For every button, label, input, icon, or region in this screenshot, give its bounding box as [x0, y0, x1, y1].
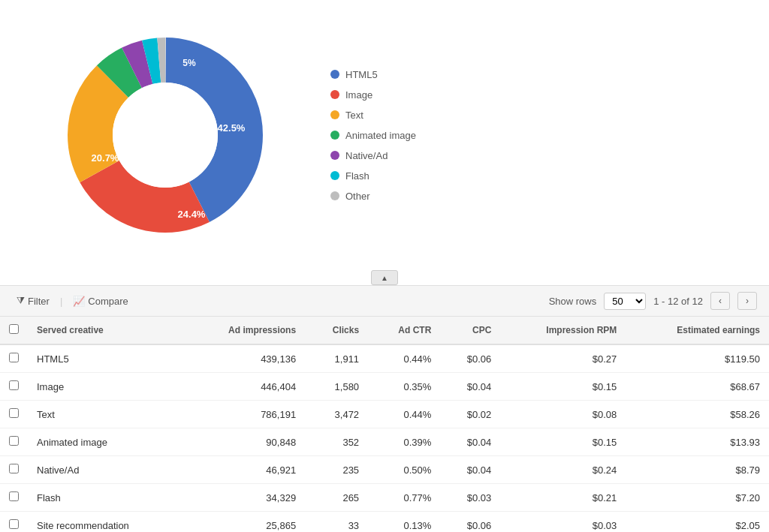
cell-cpc: $0.02: [440, 401, 500, 428]
legend-dot: [330, 90, 339, 99]
compare-button[interactable]: 📈 Compare: [68, 294, 132, 308]
cell-cpc: $0.03: [440, 484, 500, 512]
next-page-button[interactable]: ›: [737, 292, 757, 310]
compare-label: Compare: [88, 296, 128, 307]
select-all-checkbox[interactable]: [9, 324, 19, 334]
row-checkbox[interactable]: [9, 464, 19, 473]
cell-earnings: $13.93: [626, 428, 769, 456]
cell-ctr: 0.13%: [368, 512, 440, 533]
legend-label: Other: [345, 191, 370, 202]
legend-item: Other: [330, 191, 416, 202]
cell-impressions: 446,404: [184, 373, 305, 401]
column-header: CPC: [440, 317, 500, 344]
legend-label: Text: [345, 110, 363, 121]
cell-earnings: $68.67: [626, 373, 769, 401]
cell-clicks: 33: [305, 512, 368, 533]
divider-section: ▲: [0, 270, 769, 285]
toolbar: ⧩ Filter | 📈 Compare Show rows 50 25 100…: [0, 285, 769, 317]
column-header: Ad CTR: [368, 317, 440, 344]
cell-name: Flash: [28, 484, 184, 512]
column-header: Impression RPM: [500, 317, 626, 344]
column-header: Clicks: [305, 317, 368, 344]
cell-clicks: 352: [305, 428, 368, 456]
rows-select[interactable]: 50 25 100: [604, 293, 646, 310]
legend-label: Native/Ad: [345, 150, 388, 161]
table-row: Text786,1913,4720.44%$0.02$0.08$58.26: [0, 401, 769, 428]
row-checkbox[interactable]: [9, 353, 19, 362]
filter-button[interactable]: ⧩ Filter: [12, 293, 54, 308]
collapse-button[interactable]: ▲: [371, 270, 398, 285]
show-rows-label: Show rows: [549, 296, 597, 307]
column-header: Ad impressions: [184, 317, 305, 344]
table-row: Animated image90,8483520.39%$0.04$0.15$1…: [0, 428, 769, 456]
row-checkbox[interactable]: [9, 491, 19, 501]
table-row: Image446,4041,5800.35%$0.04$0.15$68.67: [0, 373, 769, 401]
column-header: Served creative: [28, 317, 184, 344]
cell-name: Animated image: [28, 428, 184, 456]
cell-name: Site recommendation: [28, 512, 184, 533]
cell-cpc: $0.04: [440, 373, 500, 401]
cell-earnings: $7.20: [626, 484, 769, 512]
cell-name: HTML5: [28, 344, 184, 373]
donut-hole: [113, 83, 218, 188]
cell-clicks: 1,580: [305, 373, 368, 401]
toolbar-right: Show rows 50 25 100 1 - 12 of 12 ‹ ›: [549, 292, 757, 310]
table-row: HTML5439,1361,9110.44%$0.06$0.27$119.50: [0, 344, 769, 373]
legend-label: HTML5: [345, 69, 378, 80]
cell-rpm: $0.08: [500, 401, 626, 428]
cell-earnings: $8.79: [626, 456, 769, 484]
cell-rpm: $0.15: [500, 373, 626, 401]
legend-item: Native/Ad: [330, 150, 416, 161]
pagination-info: 1 - 12 of 12: [653, 296, 703, 307]
cell-ctr: 0.50%: [368, 456, 440, 484]
prev-page-button[interactable]: ‹: [710, 292, 730, 310]
legend-dot: [330, 110, 339, 119]
cell-ctr: 0.44%: [368, 401, 440, 428]
legend-dot: [330, 191, 339, 200]
cell-ctr: 0.77%: [368, 484, 440, 512]
page: 42.5% 24.4% 20.7% 5% HTML5ImageTextAnima…: [0, 0, 769, 532]
cell-cpc: $0.06: [440, 344, 500, 373]
cell-impressions: 786,191: [184, 401, 305, 428]
legend-label: Flash: [345, 170, 369, 182]
column-header: [0, 317, 28, 344]
row-checkbox[interactable]: [9, 380, 19, 390]
legend-dot: [330, 151, 339, 160]
cell-name: Image: [28, 373, 184, 401]
cell-clicks: 265: [305, 484, 368, 512]
table-row: Flash34,3292650.77%$0.03$0.21$7.20: [0, 484, 769, 512]
legend-dot: [330, 171, 339, 180]
filter-label: Filter: [28, 296, 50, 307]
label-text: 20.7%: [92, 152, 119, 164]
cell-cpc: $0.04: [440, 456, 500, 484]
cell-impressions: 34,329: [184, 484, 305, 512]
row-checkbox[interactable]: [9, 519, 19, 529]
cell-rpm: $0.15: [500, 428, 626, 456]
label-html5: 42.5%: [218, 122, 246, 134]
toolbar-left: ⧩ Filter | 📈 Compare: [12, 293, 133, 308]
legend-item: Animated image: [330, 130, 416, 141]
legend-dot: [330, 131, 339, 140]
cell-name: Native/Ad: [28, 456, 184, 484]
legend-item: Flash: [330, 170, 416, 182]
table-row: Site recommendation25,865330.13%$0.06$0.…: [0, 512, 769, 533]
row-checkbox[interactable]: [9, 408, 19, 418]
table-section: ⧩ Filter | 📈 Compare Show rows 50 25 100…: [0, 285, 769, 532]
cell-rpm: $0.03: [500, 512, 626, 533]
cell-ctr: 0.35%: [368, 373, 440, 401]
row-checkbox[interactable]: [9, 436, 19, 446]
column-header: Estimated earnings: [626, 317, 769, 344]
cell-earnings: $119.50: [626, 344, 769, 373]
table-row: Native/Ad46,9212350.50%$0.04$0.24$8.79: [0, 456, 769, 484]
cell-impressions: 439,136: [184, 344, 305, 373]
filter-icon: ⧩: [17, 295, 25, 307]
data-table: Served creativeAd impressionsClicksAd CT…: [0, 317, 769, 532]
table-header-row: Served creativeAd impressionsClicksAd CT…: [0, 317, 769, 344]
cell-earnings: $58.26: [626, 401, 769, 428]
cell-impressions: 25,865: [184, 512, 305, 533]
cell-rpm: $0.24: [500, 456, 626, 484]
legend-item: Text: [330, 110, 416, 121]
cell-earnings: $2.05: [626, 512, 769, 533]
cell-cpc: $0.06: [440, 512, 500, 533]
cell-clicks: 3,472: [305, 401, 368, 428]
